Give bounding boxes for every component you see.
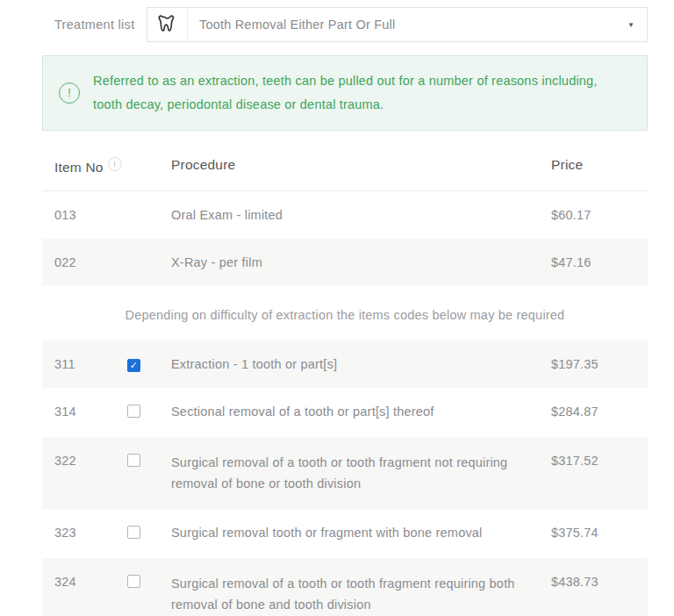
item-no-cell: 013 [54, 206, 127, 224]
table-row: 022 X-Ray - per film $47.16 [42, 239, 648, 286]
checkmark-icon: ✓ [130, 361, 138, 370]
item-no-cell: 322 [54, 452, 127, 469]
treatment-list-label: Treatment list [42, 18, 147, 32]
price-cell: $60.17 [551, 206, 648, 224]
row-checkbox[interactable]: ✓ [127, 405, 140, 418]
selected-treatment-value: Tooth Removal Either Part Or Full [188, 18, 395, 32]
row-checkbox[interactable]: ✓ [127, 526, 140, 539]
treatment-dropdown[interactable]: Tooth Removal Either Part Or Full ▼ [147, 7, 648, 42]
table-row: 311 ✓ Extraction - 1 tooth or part[s] $1… [42, 340, 648, 388]
column-header-procedure: Procedure [171, 157, 551, 173]
procedure-cell: Extraction - 1 tooth or part[s] [171, 355, 551, 373]
chevron-down-icon[interactable]: ▼ [627, 21, 635, 29]
item-no-cell: 311 [54, 355, 127, 373]
price-cell: $197.35 [551, 355, 648, 373]
procedure-cell: Surgical removal tooth or fragment with … [171, 524, 551, 541]
table-row: 322 ✓ Surgical removal of a tooth or too… [42, 437, 648, 509]
price-cell: $317.52 [551, 452, 648, 469]
row-checkbox[interactable]: ✓ [127, 359, 140, 372]
table-row: 314 ✓ Sectional removal of a tooth or pa… [42, 388, 648, 437]
table-header-row: Item No! Procedure Price [42, 142, 648, 191]
price-cell: $284.87 [551, 403, 648, 420]
column-header-item-no: Item No! [54, 157, 127, 175]
column-header-price: Price [551, 157, 648, 173]
procedure-cell: Surgical removal of a tooth or tooth fra… [171, 573, 551, 615]
table-row: 013 Oral Exam - limited $60.17 [42, 191, 648, 239]
item-no-cell: 022 [54, 254, 127, 271]
treatment-cost-panel: Treatment list Tooth Removal Either Part… [42, 0, 648, 616]
info-exclamation-icon: ! [59, 82, 80, 104]
table-row: 324 ✓ Surgical removal of a tooth or too… [42, 558, 648, 616]
row-checkbox[interactable]: ✓ [127, 575, 140, 588]
procedure-cell: Oral Exam - limited [171, 206, 551, 224]
price-cell: $47.16 [551, 254, 648, 271]
treatment-info-text: Referred to as an extraction, teeth can … [93, 69, 627, 117]
tooth-icon [147, 11, 187, 38]
procedure-cell: X-Ray - per film [171, 254, 551, 271]
difficulty-note: Depending on difficulty of extraction th… [42, 286, 648, 340]
item-no-cell: 323 [54, 524, 127, 541]
procedure-cell: Sectional removal of a tooth or part[s] … [171, 403, 551, 420]
treatment-info-box: ! Referred to as an extraction, teeth ca… [42, 55, 648, 131]
table-row: 323 ✓ Surgical removal tooth or fragment… [42, 509, 648, 558]
price-cell: $375.74 [551, 524, 648, 541]
row-checkbox[interactable]: ✓ [127, 454, 140, 467]
item-no-info-icon[interactable]: ! [108, 157, 122, 171]
item-no-cell: 324 [54, 573, 127, 591]
price-cell: $438.73 [551, 573, 648, 591]
treatment-selector-row: Treatment list Tooth Removal Either Part… [42, 7, 648, 42]
item-no-cell: 314 [54, 403, 127, 420]
procedure-cell: Surgical removal of a tooth or tooth fra… [171, 452, 551, 494]
